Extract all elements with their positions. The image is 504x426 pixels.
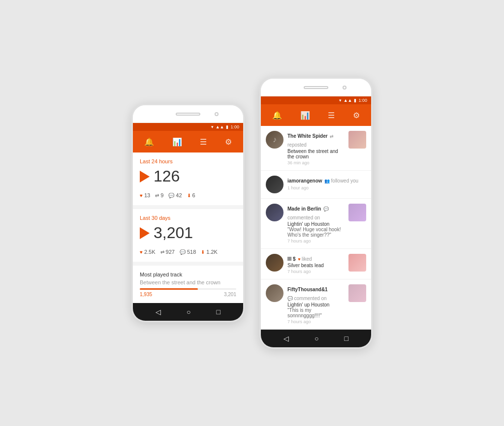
period2-reposts: 927: [166, 249, 175, 255]
repost-icon-2: ⇄: [160, 249, 164, 255]
comments-stat-30: 💬 518: [180, 249, 196, 255]
gear-icon[interactable]: ⚙: [225, 137, 232, 147]
play-icon: [140, 171, 150, 183]
last-24-hours-section: Last 24 hours 126 ♥ 13 ⇄ 9 💬 42: [133, 152, 243, 205]
phone-camera: [215, 112, 219, 116]
wifi-icon-2: ▾: [339, 98, 342, 103]
last-30-days-section: Last 30 days 3,201 ♥ 2.5K ⇄ 927 💬 518: [133, 209, 243, 262]
comments-stat: 💬 42: [168, 192, 182, 198]
gear-icon-2[interactable]: ⚙: [353, 111, 360, 120]
notif-action-text: liked: [302, 256, 312, 262]
notif-time: 7 hours ago: [287, 269, 345, 274]
notif-comment: "Wow! Huge vocal hook! Who's the singer?…: [287, 227, 345, 238]
notif-username: FiftyThousand&1: [287, 287, 328, 292]
track-name: Between the street and the crown: [140, 279, 236, 285]
period2-plays: 3,201: [154, 224, 193, 242]
period1-label: Last 24 hours: [140, 158, 236, 164]
progress-labels: 1,935 3,201: [140, 292, 236, 297]
notif-user-action: FiftyThousand&1: [287, 284, 345, 293]
list-item[interactable]: iamorangenow 👥 followed you 1 hour ago: [261, 171, 371, 199]
phone-bottom-nav: ◁ ○ □: [133, 303, 243, 321]
bell-icon[interactable]: 🔔: [144, 137, 154, 147]
phone-camera-2: [343, 86, 346, 90]
notifications-content: The White Spider ⇄ reposted Between the …: [261, 126, 371, 330]
like-action-icon: ♥: [298, 257, 302, 262]
downloads-stat-30: ⬇ 1.2K: [201, 249, 218, 255]
recent-button-2[interactable]: □: [345, 335, 348, 342]
top-nav: 🔔 📊 ☰ ⚙: [133, 131, 243, 152]
notif-time: 7 hours ago: [287, 319, 345, 324]
notif-action-line: 💬 commented on: [287, 293, 345, 302]
play-icon-2: [140, 227, 150, 239]
phone-bottom-nav-2: ◁ ○ □: [261, 330, 371, 347]
notif-username: iamorangenow: [287, 178, 322, 183]
avatar: [266, 176, 284, 193]
notif-track-name: Between the street and the crown: [287, 149, 345, 159]
period1-comments: 42: [176, 192, 182, 198]
list-icon[interactable]: ☰: [200, 137, 207, 147]
avatar: [266, 204, 284, 221]
phone-top-bezel-2: [261, 79, 371, 96]
avatar: [266, 131, 284, 149]
recent-button[interactable]: □: [217, 308, 220, 316]
track-thumbnail: [348, 204, 366, 221]
period1-stats-row: ♥ 13 ⇄ 9 💬 42 ⬇ 6: [140, 189, 236, 201]
bell-icon-2[interactable]: 🔔: [272, 111, 282, 120]
notif-action-text: commented on: [287, 215, 320, 220]
chart-icon[interactable]: 📊: [172, 137, 182, 147]
heart-icon: ♥: [140, 193, 143, 198]
notif-track-name: Lightin' up Houston: [287, 221, 345, 227]
battery-icon: ▮: [226, 124, 228, 129]
home-button-2[interactable]: ○: [315, 335, 318, 342]
notif-time: 1 hour ago: [287, 185, 366, 190]
period2-label: Last 30 days: [140, 215, 236, 221]
progress-bar-background: [140, 288, 236, 290]
comment-icon: 💬: [168, 193, 174, 198]
likes-stat: ♥ 13: [140, 192, 150, 198]
most-played-label: Most played track: [140, 272, 236, 277]
back-button-2[interactable]: ◁: [284, 335, 289, 342]
progress-bar-fill: [140, 288, 198, 290]
phone-speaker-2: [304, 86, 328, 89]
signal-icon: ▲▲: [216, 124, 224, 129]
period1-plays: 126: [154, 167, 180, 185]
top-nav-2: 🔔 📊 ☰ ⚙: [261, 104, 371, 126]
avatar: [266, 284, 284, 302]
avatar: [266, 254, 284, 272]
notif-user-action: iamorangenow 👥 followed you: [287, 176, 366, 184]
follow-action-icon: 👥: [324, 179, 331, 183]
phone-speaker: [176, 113, 200, 116]
repost-action-icon: ⇄: [330, 134, 334, 139]
period1-downloads: 6: [192, 192, 195, 198]
back-button[interactable]: ◁: [156, 308, 161, 316]
battery-icon-2: ▮: [354, 98, 356, 103]
list-item[interactable]: The White Spider ⇄ reposted Between the …: [261, 126, 371, 171]
list-icon-2[interactable]: ☰: [328, 111, 335, 120]
track-thumbnail: [348, 131, 366, 149]
phone-stats: ▾ ▲▲ ▮ 1:00 🔔 📊 ☰ ⚙ Last 24 hours 126 ♥ …: [131, 104, 245, 322]
chart-icon-2[interactable]: 📊: [300, 111, 310, 120]
notif-body: FiftyThousand&1 💬 commented on Lightin' …: [287, 284, 345, 324]
notif-track-name: Lightin' up Houston: [287, 302, 345, 307]
period1-likes: 13: [144, 192, 150, 198]
list-item[interactable]: Made in Berlin 💬 commented on Lightin' u…: [261, 199, 371, 249]
notif-user-action: Made in Berlin 💬 commented on: [287, 204, 345, 221]
period2-play-count: 3,201: [140, 224, 236, 242]
downloads-stat: ⬇ 6: [187, 192, 195, 198]
reposts-stat-30: ⇄ 927: [160, 249, 175, 255]
phone-top-bezel: [133, 105, 243, 123]
list-item[interactable]: FiftyThousand&1 💬 commented on Lightin' …: [261, 279, 371, 330]
notif-action-text: commented on: [294, 296, 327, 301]
home-button[interactable]: ○: [187, 308, 190, 316]
period2-likes: 2.5K: [144, 249, 156, 255]
notif-comment: "This is my sonnnngggg!!!!": [287, 307, 345, 318]
period2-stats-row: ♥ 2.5K ⇄ 927 💬 518 ⬇ 1.2K: [140, 246, 236, 258]
notif-body: The White Spider ⇄ reposted Between the …: [287, 131, 345, 165]
reposts-stat: ⇄ 9: [155, 192, 163, 198]
notif-username: The White Spider: [287, 133, 328, 139]
track-thumbnail: [348, 254, 366, 272]
period1-play-count: 126: [140, 167, 236, 185]
period2-downloads: 1.2K: [206, 249, 218, 255]
list-item[interactable]: Ill $ ♥ liked Silver beats lead 7 hours …: [261, 249, 371, 279]
wifi-icon: ▾: [211, 124, 214, 129]
